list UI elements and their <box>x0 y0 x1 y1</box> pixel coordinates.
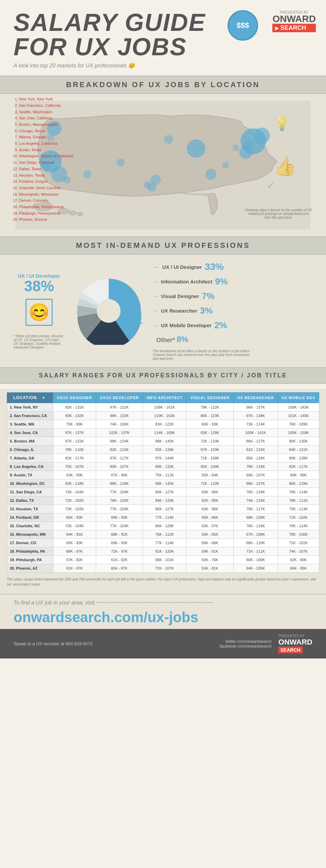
ux-mobile-cell: 90K - 130K <box>278 437 319 446</box>
legend-researcher: ← UX Researcher 3% <box>153 305 312 316</box>
ux-mobile-cell: 79K - 114K <box>278 522 319 530</box>
legend-item: Houston, Texas <box>19 172 73 179</box>
filter-icon[interactable]: ▼ <box>40 395 47 400</box>
ux-research-cell: 97K - 138K <box>233 412 278 420</box>
pie-legend: ← UX / UI Designer 33% ← Information Arc… <box>153 261 312 360</box>
pie-bottom-note: The breakdown of job titles is based on … <box>153 349 255 360</box>
ux-mobile-cell: 78K - 111K <box>278 496 319 505</box>
ux-designer-cell: 57K - 82K <box>53 556 96 564</box>
visual-des-cell: 60K - 93K <box>186 420 233 429</box>
ux-mobile-cell: 90K - 129K <box>278 479 319 488</box>
location-cell: 7. Atlanta, GA <box>7 454 53 462</box>
ux-research-cell: 74K - 115K <box>233 496 278 505</box>
legend-item: New York, New York <box>19 96 73 102</box>
ux-designer-cell: 73K - 104K <box>53 488 96 496</box>
other-label: Other* 8% <box>156 337 188 343</box>
legend-mobile: ← UX Mobile Developer 2% <box>153 320 312 331</box>
location-cell: 1. New York, NY <box>7 403 53 412</box>
legend-item: Washington, District of Columbia <box>19 153 73 159</box>
ux-research-cell: 85K - 126K <box>233 454 278 462</box>
pie-section-banner: MOST IN-DEMAND UX PROFESSIONS <box>0 236 326 255</box>
ux-developer-cell: 67K - 90K <box>96 471 143 479</box>
legend-label: UX / UI Designer <box>162 264 202 270</box>
table-row: 18. Philadelphia, PA68K - 97K72K - 97K81… <box>7 547 319 556</box>
ux-developer-cell: 72K - 97K <box>96 547 143 556</box>
ux-mobile-cell: 62K - 90K <box>278 556 319 564</box>
location-cell: 12. Dallas, TX <box>7 496 53 505</box>
ux-designer-cell: 75K - 107K <box>53 462 96 471</box>
pie-chart <box>75 277 143 345</box>
ux-designer-cell: 93K - 132K <box>53 412 96 420</box>
location-cell: 9. Austin, TX <box>7 471 53 479</box>
svg-point-29 <box>233 144 239 151</box>
arrow-icon: ← <box>153 293 158 299</box>
social-links: twitter.com/onwardsearch facebook.com/on… <box>219 639 271 649</box>
visual-des-cell: 72K - 110K <box>186 479 233 488</box>
ux-designer-cell: 63K - 90K <box>53 471 96 479</box>
ux-developer-cell: 102K - 137K <box>96 429 143 437</box>
page-title: SALARY GUIDE FOR UX JOBS <box>14 10 312 59</box>
location-cell: 15. Charlotte, NC <box>7 522 53 530</box>
visual-des-cell: 71K - 109K <box>186 454 233 462</box>
legend-label: Information Architect <box>161 279 212 284</box>
location-cell: 3. Seattle, WA <box>7 420 53 429</box>
ux-mobile-cell: 82K - 117K <box>278 462 319 471</box>
ux-research-cell: 76K - 117K <box>233 505 278 513</box>
legend-visual: ← Visual Designer 7% <box>153 291 312 301</box>
legend-item: Charlotte, North Carolina <box>19 185 73 191</box>
ux-designer-cell: 70K - 99K <box>53 420 96 429</box>
table-row: 19. Pittsburgh, PA57K - 82K61K - 82K68K … <box>7 556 319 564</box>
ux-developer-cell: 80K - 107K <box>96 462 143 471</box>
legend-item: Austin, Texas <box>19 147 73 153</box>
ux-research-cell: 78K - 119K <box>233 462 278 471</box>
location-cell: 19. Pittsburgh, PA <box>7 556 53 564</box>
table-row: 11. San Diego, CA73K - 104K77K - 104K86K… <box>7 488 319 496</box>
info-arch-cell: 72K - 107K <box>143 564 186 573</box>
footer-url[interactable]: onwardsearch.com/ux-jobs <box>0 608 326 629</box>
info-arch-cell: 84K - 125K <box>143 496 186 505</box>
ux-designer-cell: 73K - 104K <box>53 522 96 530</box>
ux-developer-cell: 82K - 110K <box>96 446 143 454</box>
ux-mobile-cell: 101K - 145K <box>278 412 319 420</box>
visual-des-cell: 67K - 103K <box>186 446 233 454</box>
legend-item: Philadelphia, Pennsylvania <box>19 204 73 210</box>
ux-developer-cell: 61K - 82K <box>96 556 143 564</box>
col-header-ux-developer: UX/UI DEVELOPER <box>96 393 143 403</box>
location-cell: 2. San Francisco, CA <box>7 412 53 420</box>
ux-designer-cell: 78K - 110K <box>53 446 96 454</box>
svg-point-17 <box>205 169 217 180</box>
legend-item: Phoenix, Arizona <box>19 216 73 223</box>
facebook-link[interactable]: facebook.com/onwardsearch <box>219 644 271 649</box>
visual-des-cell: 59K - 91K <box>186 547 233 556</box>
ux-developer-label: UX / UI Developer 38% <box>18 273 60 294</box>
ux-mobile-cell: 71K - 102K <box>278 513 319 522</box>
map-note: Heatmap data is based on the number of U… <box>244 208 312 219</box>
ux-research-cell: 76K - 118K <box>233 488 278 496</box>
table-row: 15. Charlotte, NC73K - 104K77K - 104K86K… <box>7 522 319 530</box>
ux-developer-cell: 98K - 132K <box>96 412 143 420</box>
legend-item: Denver, Colorado <box>19 197 73 204</box>
svg-point-24 <box>144 181 151 189</box>
ux-developer-cell: 69K - 93K <box>96 513 143 522</box>
footer-logo: PRESENTED BY ONWARD SEARCH <box>278 634 312 653</box>
pie-section: UX / UI Developer 38% 😊 * Other job titl… <box>0 255 326 367</box>
svg-text:✓: ✓ <box>266 179 276 192</box>
speak-text: Speak to a UX recruiter at 800.829.0072 <box>14 641 93 646</box>
ux-developer-cell: 77K - 104K <box>96 488 143 496</box>
svg-point-22 <box>83 170 91 178</box>
character-illustration: 😊 <box>25 299 53 326</box>
visual-des-cell: 63K - 96K <box>186 488 233 496</box>
table-note: The salary ranges listed represent the 2… <box>7 577 319 587</box>
ux-designer-cell: 65K - 93K <box>53 513 96 522</box>
svg-point-28 <box>222 162 229 169</box>
svg-text:👍: 👍 <box>274 155 297 177</box>
ux-developer-cell: 68K - 91K <box>96 530 143 539</box>
info-arch-cell: 86K - 128K <box>143 522 186 530</box>
legend-item: Minneapolis, Minnesota <box>19 191 73 198</box>
info-arch-cell: 89K - 132K <box>143 462 186 471</box>
ux-developer-cell: 97K - 131K <box>96 403 143 412</box>
ux-research-cell: 73K - 114K <box>233 420 278 429</box>
twitter-link[interactable]: twitter.com/onwardsearch <box>219 639 271 644</box>
ux-research-cell: 81K - 122K <box>233 446 278 454</box>
title-line1: SALARY GUIDE <box>14 9 205 36</box>
